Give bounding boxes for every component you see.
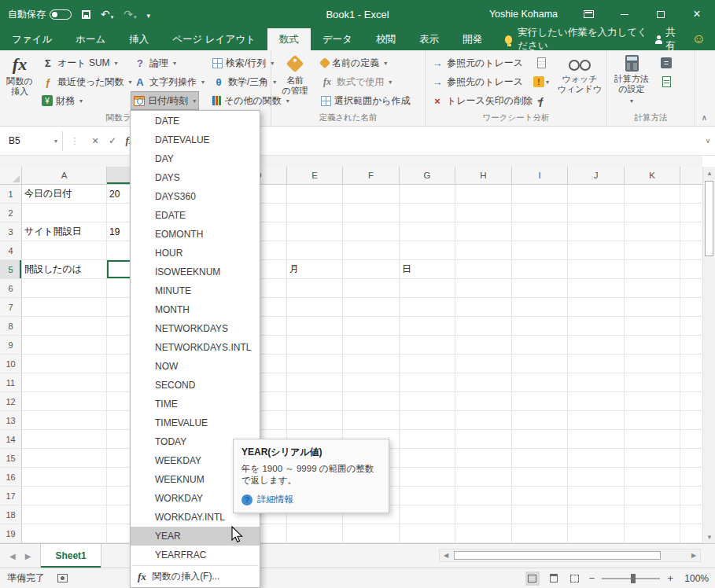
math-trig-button[interactable]: 数学/三角 [210, 73, 278, 90]
cell-L12[interactable] [680, 392, 702, 411]
cell-F19[interactable] [343, 524, 400, 543]
cell-E1[interactable] [287, 185, 343, 204]
cell-I2[interactable] [512, 204, 568, 222]
save-button[interactable] [82, 10, 90, 19]
row-header-9[interactable]: 9 [0, 336, 22, 355]
ribbon-tab-データ[interactable]: データ [311, 28, 364, 50]
error-checking-button[interactable] [533, 73, 550, 90]
cell-L1[interactable] [680, 185, 702, 204]
cell-J1[interactable] [568, 185, 625, 204]
row-header-10[interactable]: 10 [0, 355, 22, 373]
cell-L2[interactable] [680, 204, 702, 222]
cell-J10[interactable] [568, 355, 625, 373]
cell-F13[interactable] [343, 411, 400, 430]
cell-I7[interactable] [512, 298, 568, 317]
row-header-8[interactable]: 8 [0, 317, 22, 336]
calculate-now-button[interactable] [658, 54, 675, 72]
cell-I9[interactable] [512, 336, 568, 355]
remove-arrows-button[interactable]: トレース矢印の削除 [429, 92, 543, 109]
cell-G3[interactable] [400, 222, 455, 241]
column-header-A[interactable]: A [22, 167, 107, 185]
cell-A19[interactable] [22, 524, 107, 543]
cell-H12[interactable] [455, 392, 512, 411]
cell-G18[interactable] [400, 505, 455, 524]
row-header-6[interactable]: 6 [0, 279, 22, 298]
column-header-G[interactable]: G [400, 167, 455, 185]
cell-H1[interactable] [455, 185, 512, 204]
cell-F6[interactable] [343, 279, 400, 298]
cell-K17[interactable] [625, 487, 680, 505]
menu-item-month[interactable]: MONTH [131, 300, 260, 319]
cell-E4[interactable] [287, 241, 343, 260]
autosum-button[interactable]: オート SUM [39, 54, 120, 72]
cell-H6[interactable] [455, 279, 512, 298]
cell-I17[interactable] [512, 487, 568, 505]
cell-F4[interactable] [343, 241, 400, 260]
cell-J8[interactable] [568, 317, 625, 336]
cell-G19[interactable] [400, 524, 455, 543]
cell-G4[interactable] [400, 241, 455, 260]
cell-H5[interactable] [455, 260, 512, 279]
cell-J16[interactable] [568, 468, 625, 487]
cell-J14[interactable] [568, 430, 625, 449]
close-button[interactable] [679, 0, 715, 28]
cell-H8[interactable] [455, 317, 512, 336]
cell-H17[interactable] [455, 487, 512, 505]
cell-L15[interactable] [680, 449, 702, 468]
cell-K18[interactable] [625, 505, 680, 524]
redo-button[interactable]: ▾ [123, 9, 136, 20]
cell-F10[interactable] [343, 355, 400, 373]
trace-precedents-button[interactable]: 参照元のトレース [429, 54, 525, 72]
cell-A7[interactable] [22, 298, 107, 317]
customize-qat-button[interactable] [147, 9, 151, 20]
insert-function-button[interactable]: 関数の 挿入 [2, 52, 38, 110]
cell-K6[interactable] [625, 279, 680, 298]
ribbon-tab-校閲[interactable]: 校閲 [364, 28, 407, 50]
cell-K14[interactable] [625, 430, 680, 449]
formula-bar-expand-button[interactable]: ∨ [701, 137, 715, 145]
vertical-scrollbar[interactable]: ▲ ▼ [702, 167, 715, 543]
cell-K16[interactable] [625, 468, 680, 487]
cell-K12[interactable] [625, 392, 680, 411]
cell-L13[interactable] [680, 411, 702, 430]
cell-K8[interactable] [625, 317, 680, 336]
cell-J19[interactable] [568, 524, 625, 543]
name-manager-button[interactable]: 名前 の管理 [276, 52, 314, 110]
undo-button[interactable]: ▾ [101, 9, 113, 20]
cell-L11[interactable] [680, 373, 702, 392]
cell-G17[interactable] [400, 487, 455, 505]
column-header-I[interactable]: I [512, 167, 568, 185]
row-header-12[interactable]: 12 [0, 392, 22, 411]
menu-item-now[interactable]: NOW [131, 357, 260, 376]
cell-K2[interactable] [625, 204, 680, 222]
cell-J17[interactable] [568, 487, 625, 505]
cell-G1[interactable] [400, 185, 455, 204]
cell-L18[interactable] [680, 505, 702, 524]
menu-item-day[interactable]: DAY [131, 149, 260, 168]
show-formulas-button[interactable] [533, 54, 550, 72]
menu-item-days360[interactable]: DAYS360 [131, 187, 260, 206]
zoom-out-button[interactable]: − [589, 572, 595, 584]
cell-J4[interactable] [568, 241, 625, 260]
cell-L10[interactable] [680, 355, 702, 373]
row-header-13[interactable]: 13 [0, 411, 22, 430]
cell-A11[interactable] [22, 373, 107, 392]
calculation-options-button[interactable]: 計算方法 の設定 [610, 52, 653, 110]
cell-J15[interactable] [568, 449, 625, 468]
cell-A15[interactable] [22, 449, 107, 468]
cell-A6[interactable] [22, 279, 107, 298]
page-break-view-button[interactable] [568, 571, 582, 586]
formula-bar-splitter[interactable]: ⋮ [63, 136, 87, 146]
menu-item-insert-function[interactable]: 関数の挿入(F)... [131, 567, 260, 586]
cell-E5[interactable]: 月 [287, 260, 343, 279]
tooltip-help-link[interactable]: 詳細情報 [241, 494, 381, 505]
cell-I18[interactable] [512, 505, 568, 524]
cell-L16[interactable] [680, 468, 702, 487]
menu-item-date[interactable]: DATE [131, 112, 260, 130]
menu-item-networkdays[interactable]: NETWORKDAYS [131, 319, 260, 338]
row-header-1[interactable]: 1 [0, 185, 22, 204]
cell-K11[interactable] [625, 373, 680, 392]
cell-I11[interactable] [512, 373, 568, 392]
cell-H14[interactable] [455, 430, 512, 449]
ribbon-tab-file[interactable]: ファイル [0, 28, 64, 50]
